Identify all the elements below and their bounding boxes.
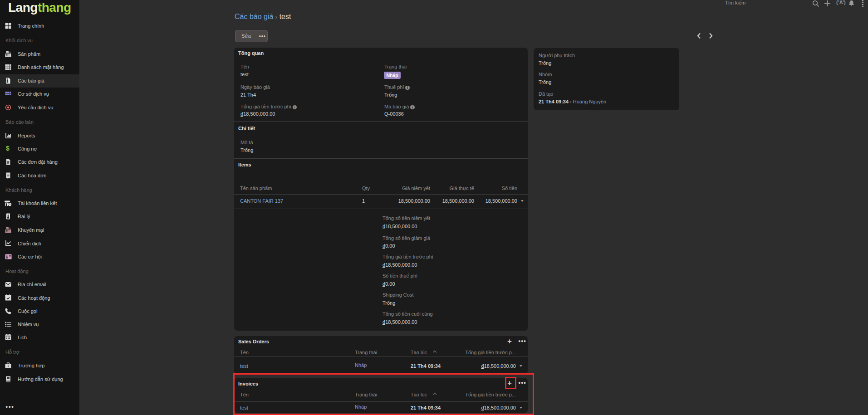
svg-text:$: $ xyxy=(7,80,9,83)
